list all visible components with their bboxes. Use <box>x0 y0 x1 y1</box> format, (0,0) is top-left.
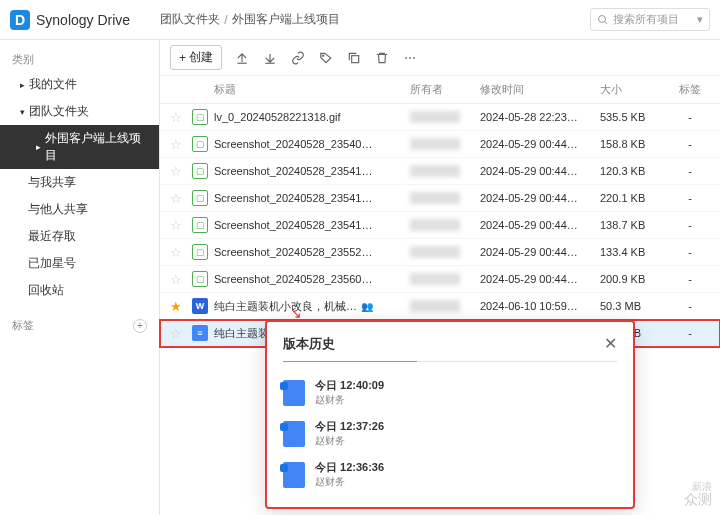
chevron-right-icon: ▸ <box>20 80 25 90</box>
file-list: ☆▢lv_0_20240528221318.gif2024-05-28 22:2… <box>160 104 720 347</box>
topbar: D Synology Drive 团队文件夹 / 外围客户端上线项目 搜索所有项… <box>0 0 720 40</box>
file-time: 2024-05-29 00:44… <box>480 273 600 285</box>
version-item[interactable]: 今日 12:40:09赵财务 <box>283 372 617 413</box>
trash-icon[interactable] <box>374 50 390 66</box>
sidebar-item-sharedbyothers[interactable]: 与他人共享 <box>0 196 159 223</box>
sidebar-item-trash[interactable]: 回收站 <box>0 277 159 304</box>
search-input[interactable]: 搜索所有项目 ▾ <box>590 8 710 31</box>
table-row[interactable]: ☆▢Screenshot_20240528_23541…2024-05-29 0… <box>160 158 720 185</box>
file-name: Screenshot_20240528_23560… <box>214 273 410 285</box>
sidebar-section-category: 类别 <box>0 48 159 71</box>
download-icon[interactable] <box>262 50 278 66</box>
star-icon[interactable]: ☆ <box>170 245 182 260</box>
file-icon: ▢ <box>192 271 208 287</box>
search-icon <box>597 14 609 26</box>
logo-icon: D <box>10 10 30 30</box>
sidebar: 类别 ▸我的文件 ▾团队文件夹 ▸外围客户端上线项目 与我共享 与他人共享 最近… <box>0 40 160 515</box>
version-item[interactable]: 今日 12:36:36赵财务 <box>283 454 617 495</box>
version-user: 赵财务 <box>315 475 384 489</box>
file-name: Screenshot_20240528_23541… <box>214 192 410 204</box>
table-row[interactable]: ☆▢lv_0_20240528221318.gif2024-05-28 22:2… <box>160 104 720 131</box>
file-size: 200.9 KB <box>600 273 670 285</box>
table-row[interactable]: ☆▢Screenshot_20240528_23560…2024-05-29 0… <box>160 266 720 293</box>
breadcrumb-sep: / <box>224 13 227 27</box>
file-icon: ▢ <box>192 217 208 233</box>
copy-icon[interactable] <box>346 50 362 66</box>
close-icon[interactable]: ✕ <box>604 334 617 353</box>
version-time: 今日 12:37:26 <box>315 419 384 434</box>
star-icon[interactable]: ☆ <box>170 110 182 125</box>
callout-arrow: ↘ <box>290 305 302 321</box>
file-time: 2024-05-29 00:44… <box>480 219 600 231</box>
file-size: 158.8 KB <box>600 138 670 150</box>
file-time: 2024-05-29 00:44… <box>480 138 600 150</box>
shared-icon: 👥 <box>361 301 373 312</box>
sidebar-item-starred[interactable]: 已加星号 <box>0 250 159 277</box>
file-time: 2024-05-29 00:44… <box>480 165 600 177</box>
file-size: 50.3 MB <box>600 300 670 312</box>
watermark: 新浪 众测 <box>684 481 712 507</box>
col-tag[interactable]: 标签 <box>670 82 710 97</box>
file-tag: - <box>670 246 710 258</box>
table-row[interactable]: ☆▢Screenshot_20240528_23552…2024-05-29 0… <box>160 239 720 266</box>
link-icon[interactable] <box>290 50 306 66</box>
col-size[interactable]: 大小 <box>600 82 670 97</box>
file-owner <box>410 192 480 204</box>
star-icon[interactable]: ☆ <box>170 164 182 179</box>
file-tag: - <box>670 165 710 177</box>
chevron-down-icon: ▾ <box>697 13 703 26</box>
table-row[interactable]: ☆▢Screenshot_20240528_23541…2024-05-29 0… <box>160 185 720 212</box>
file-time: 2024-05-28 22:23… <box>480 111 600 123</box>
star-icon[interactable]: ☆ <box>170 218 182 233</box>
upload-icon[interactable] <box>234 50 250 66</box>
breadcrumb-current[interactable]: 外围客户端上线项目 <box>232 11 340 28</box>
star-icon[interactable]: ☆ <box>170 326 182 341</box>
version-user: 赵财务 <box>315 434 384 448</box>
col-name[interactable]: 标题 <box>214 82 410 97</box>
file-tag: - <box>670 219 710 231</box>
file-tag: - <box>670 111 710 123</box>
sidebar-item-myfiles[interactable]: ▸我的文件 <box>0 71 159 98</box>
file-icon: ≡ <box>192 325 208 341</box>
sidebar-item-recent[interactable]: 最近存取 <box>0 223 159 250</box>
table-row[interactable]: ☆▢Screenshot_20240528_23540…2024-05-29 0… <box>160 131 720 158</box>
app-logo[interactable]: D Synology Drive <box>10 10 130 30</box>
col-time[interactable]: 修改时间 <box>480 82 600 97</box>
file-time: 2024-05-29 00:44… <box>480 192 600 204</box>
sidebar-item-sharedwithme[interactable]: 与我共享 <box>0 169 159 196</box>
version-time: 今日 12:40:09 <box>315 378 384 393</box>
file-size: 535.5 KB <box>600 111 670 123</box>
svg-point-0 <box>599 15 606 22</box>
file-owner <box>410 300 480 312</box>
tag-icon[interactable] <box>318 50 334 66</box>
star-icon[interactable]: ☆ <box>170 272 182 287</box>
col-owner[interactable]: 所有者 <box>410 82 480 97</box>
document-icon <box>283 380 305 406</box>
file-size: 133.4 KB <box>600 246 670 258</box>
version-item[interactable]: 今日 12:37:26赵财务 <box>283 413 617 454</box>
sidebar-item-project[interactable]: ▸外围客户端上线项目 <box>0 125 159 169</box>
add-tag-icon[interactable]: + <box>133 319 147 333</box>
file-name: Screenshot_20240528_23541… <box>214 219 410 231</box>
file-name: Screenshot_20240528_23552… <box>214 246 410 258</box>
version-history-popup: 版本历史 ✕ 今日 12:40:09赵财务今日 12:37:26赵财务今日 12… <box>265 320 635 509</box>
file-name: 纯白主题装机小改良，机械…👥 <box>214 299 410 314</box>
table-row[interactable]: ★W纯白主题装机小改良，机械…👥2024-06-10 10:59…50.3 MB… <box>160 293 720 320</box>
file-name: lv_0_20240528221318.gif <box>214 111 410 123</box>
file-time: 2024-05-29 00:44… <box>480 246 600 258</box>
star-icon[interactable]: ☆ <box>170 191 182 206</box>
star-icon[interactable]: ☆ <box>170 137 182 152</box>
breadcrumb: 团队文件夹 / 外围客户端上线项目 <box>160 11 339 28</box>
breadcrumb-root[interactable]: 团队文件夹 <box>160 11 220 28</box>
file-owner <box>410 138 480 150</box>
more-icon[interactable]: ⋯ <box>402 50 418 66</box>
table-row[interactable]: ☆▢Screenshot_20240528_23541…2024-05-29 0… <box>160 212 720 239</box>
app-name: Synology Drive <box>36 12 130 28</box>
file-owner <box>410 111 480 123</box>
document-icon <box>283 462 305 488</box>
file-icon: ▢ <box>192 244 208 260</box>
sidebar-item-teamfolder[interactable]: ▾团队文件夹 <box>0 98 159 125</box>
create-button[interactable]: +创建 <box>170 45 222 70</box>
file-name: Screenshot_20240528_23541… <box>214 165 410 177</box>
star-icon[interactable]: ★ <box>170 299 182 314</box>
